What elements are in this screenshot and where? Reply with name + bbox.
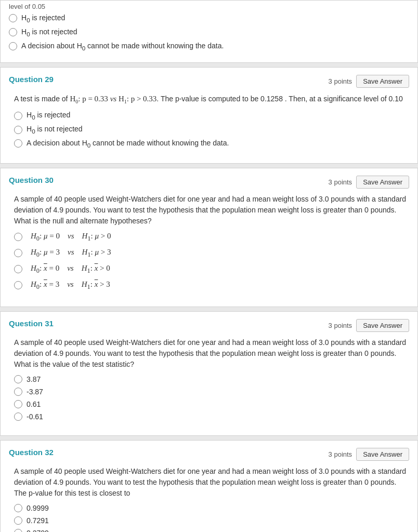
partial-question-28: level of 0.05 H0 is rejected H0 is not r…	[0, 0, 418, 63]
question-29-text: A test is made of H0: p = 0.33 vs H1: p …	[14, 93, 409, 105]
option-label: H0: x = 3 vs H1: x > 3	[31, 280, 110, 291]
question-29-header: Question 29 3 points Save Answer	[9, 75, 409, 88]
question-32-text: A sample of 40 people used Weight-Watche…	[14, 466, 409, 499]
question-29-points: 3 points	[329, 77, 352, 85]
question-29-block: Question 29 3 points Save Answer A test …	[0, 67, 418, 163]
list-item[interactable]: 0.61	[14, 400, 409, 408]
option-label: H0 is rejected	[27, 111, 70, 121]
option-label: H0 is not rejected	[21, 28, 77, 37]
question-32-save-button[interactable]: Save Answer	[356, 448, 409, 461]
question-29-controls: 3 points Save Answer	[329, 75, 409, 88]
option-label: -3.87	[27, 388, 43, 396]
question-31-text: A sample of 40 people used Weight-Watche…	[14, 337, 409, 370]
option-label: 0.61	[27, 400, 41, 408]
option-label: 0.7291	[27, 516, 49, 525]
question-30-block: Question 30 3 points Save Answer A sampl…	[0, 168, 418, 307]
question-30-header: Question 30 3 points Save Answer	[9, 176, 409, 189]
question-31-title: Question 31	[9, 319, 54, 328]
list-item[interactable]: H0: x = 0 vs H1: x > 0	[14, 264, 409, 275]
list-item[interactable]: H0: μ = 0 vs H1: μ > 0	[14, 232, 409, 243]
question-30-points: 3 points	[329, 178, 352, 186]
option-label: H0: μ = 3 vs H1: μ > 3	[31, 248, 111, 259]
option-label: 0.2709	[27, 529, 49, 532]
radio-q28-opt1[interactable]	[9, 14, 17, 22]
question-31-save-button[interactable]: Save Answer	[356, 319, 409, 332]
option-label: 0.9999	[27, 504, 49, 512]
list-item[interactable]: -3.87	[14, 388, 409, 396]
question-31-block: Question 31 3 points Save Answer A sampl…	[0, 311, 418, 436]
option-label: H0 is not rejected	[27, 125, 83, 135]
radio-q29-opt2[interactable]	[14, 126, 22, 134]
radio-q28-opt3[interactable]	[9, 42, 17, 50]
option-label: A decision about H0 cannot be made witho…	[27, 139, 229, 149]
list-item[interactable]: 0.7291	[14, 516, 409, 525]
question-30-title: Question 30	[9, 176, 54, 184]
radio-q28-opt2[interactable]	[9, 28, 17, 36]
question-30-body: A sample of 40 people used Weight-Watche…	[14, 194, 409, 291]
question-29-body: A test is made of H0: p = 0.33 vs H1: p …	[14, 93, 409, 148]
radio-q29-opt1[interactable]	[14, 112, 22, 120]
list-item[interactable]: H0 is rejected	[14, 111, 409, 121]
radio-q30-opt2[interactable]	[14, 249, 22, 257]
list-item[interactable]: 0.2709	[14, 529, 409, 532]
question-32-title: Question 32	[9, 448, 54, 457]
radio-q31-opt3[interactable]	[14, 400, 22, 408]
list-item[interactable]: H0 is not rejected	[14, 125, 409, 135]
question-32-body: A sample of 40 people used Weight-Watche…	[14, 466, 409, 532]
question-31-controls: 3 points Save Answer	[329, 319, 409, 332]
radio-q32-opt2[interactable]	[14, 516, 22, 525]
list-item[interactable]: 3.87	[14, 375, 409, 383]
question-32-controls: 3 points Save Answer	[329, 448, 409, 461]
radio-q29-opt3[interactable]	[14, 139, 22, 148]
list-item[interactable]: H0: μ = 3 vs H1: μ > 3	[14, 248, 409, 259]
question-29-save-button[interactable]: Save Answer	[356, 75, 409, 88]
radio-q32-opt1[interactable]	[14, 504, 22, 512]
option-label: H0 is rejected	[21, 14, 65, 23]
list-item[interactable]: A decision about H0 cannot be made witho…	[14, 139, 409, 149]
list-item[interactable]: 0.9999	[14, 504, 409, 512]
question-32-block: Question 32 3 points Save Answer A sampl…	[0, 440, 418, 532]
question-30-save-button[interactable]: Save Answer	[356, 176, 409, 189]
list-item[interactable]: -0.61	[14, 413, 409, 421]
option-label: A decision about H0 cannot be made witho…	[21, 42, 224, 51]
radio-q30-opt4[interactable]	[14, 281, 22, 289]
option-label: 3.87	[27, 375, 41, 383]
list-item[interactable]: H0 is rejected	[9, 14, 409, 23]
partial-tail-text: level of 0.05	[9, 3, 409, 10]
question-30-text: A sample of 40 people used Weight-Watche…	[14, 194, 409, 227]
radio-q31-opt2[interactable]	[14, 388, 22, 396]
radio-q31-opt4[interactable]	[14, 413, 22, 421]
question-29-title: Question 29	[9, 75, 54, 84]
question-32-header: Question 32 3 points Save Answer	[9, 448, 409, 461]
question-31-body: A sample of 40 people used Weight-Watche…	[14, 337, 409, 421]
question-31-points: 3 points	[329, 322, 352, 329]
radio-q32-opt3[interactable]	[14, 529, 22, 532]
radio-q31-opt1[interactable]	[14, 375, 22, 383]
list-item[interactable]: A decision about H0 cannot be made witho…	[9, 42, 409, 51]
radio-q30-opt3[interactable]	[14, 265, 22, 273]
option-label: H0: x = 0 vs H1: x > 0	[31, 264, 110, 275]
radio-q30-opt1[interactable]	[14, 233, 22, 241]
option-label: -0.61	[27, 413, 43, 421]
list-item[interactable]: H0 is not rejected	[9, 28, 409, 37]
option-label: H0: μ = 0 vs H1: μ > 0	[31, 232, 111, 243]
question-32-points: 3 points	[329, 450, 352, 458]
question-31-header: Question 31 3 points Save Answer	[9, 319, 409, 332]
list-item[interactable]: H0: x = 3 vs H1: x > 3	[14, 280, 409, 291]
question-30-controls: 3 points Save Answer	[329, 176, 409, 189]
